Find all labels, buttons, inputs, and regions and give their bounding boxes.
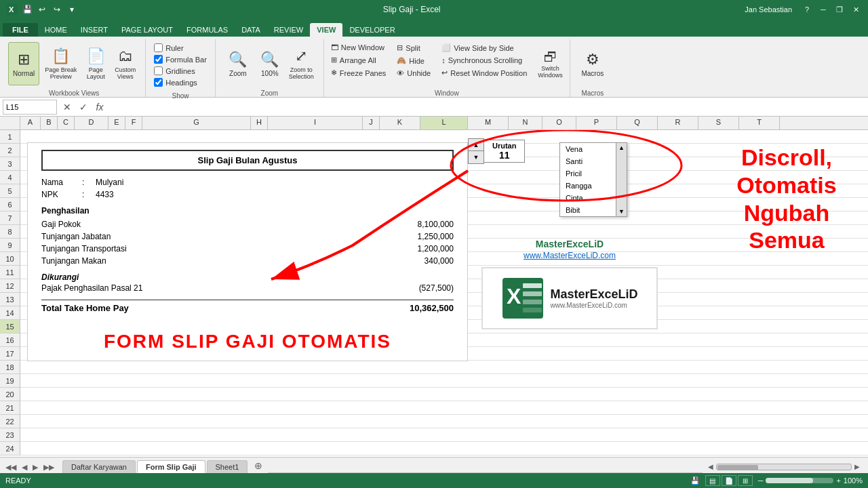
side-by-side-icon: ⬜: [441, 43, 451, 52]
h-scroll-right[interactable]: ▶: [854, 463, 860, 470]
sheet-tab-sheet1[interactable]: Sheet1: [207, 460, 248, 473]
save-icon[interactable]: 💾: [20, 3, 34, 16]
zoom-to-selection-button[interactable]: ⤢ Zoom toSelection: [285, 42, 318, 85]
sheet-nav-prev[interactable]: ◀: [19, 462, 30, 473]
zoom-out-btn[interactable]: ─: [758, 476, 764, 485]
col-header-r[interactable]: R: [658, 117, 698, 129]
tab-view[interactable]: VIEW: [310, 23, 342, 37]
split-button[interactable]: ⊟ Split: [393, 42, 435, 54]
col-header-e[interactable]: E: [108, 117, 125, 129]
dropdown-item-pricil[interactable]: Pricil: [560, 167, 616, 180]
macros-button[interactable]: ⚙ Macros: [576, 42, 610, 85]
col-header-n[interactable]: N: [509, 117, 542, 129]
zoom-in-btn[interactable]: +: [836, 476, 840, 485]
view-side-by-side-button[interactable]: ⬜ View Side by Side: [437, 42, 531, 54]
view-buttons: ▤ 📄 ⊞: [705, 475, 753, 486]
row-num-10: 10: [0, 252, 20, 266]
sheet-nav-next[interactable]: ▶: [30, 462, 41, 473]
synchronous-scrolling-button[interactable]: ↕ Synchronous Scrolling: [437, 55, 531, 66]
col-header-b[interactable]: B: [41, 117, 58, 129]
page-break-status-btn[interactable]: ⊞: [738, 475, 753, 486]
dropdown-item-vena[interactable]: Vena: [560, 143, 616, 155]
col-header-t[interactable]: T: [739, 117, 780, 129]
tab-page-layout[interactable]: PAGE LAYOUT: [115, 23, 180, 37]
add-sheet-button[interactable]: ⊕: [249, 458, 268, 473]
unhide-button[interactable]: 👁 Unhide: [393, 68, 435, 79]
hide-button[interactable]: 🙈 Hide: [393, 55, 435, 66]
normal-view-button[interactable]: ⊞ Normal: [8, 42, 39, 85]
confirm-formula-button[interactable]: ✓: [76, 100, 91, 115]
ruler-checkbox[interactable]: [154, 43, 163, 52]
insert-function-button[interactable]: fx: [92, 100, 107, 115]
formula-bar-checkbox[interactable]: [154, 55, 163, 64]
dropdown-item-santi[interactable]: Santi: [560, 155, 616, 167]
dropdown-item-bibit[interactable]: Bibit: [560, 204, 616, 216]
master-excel-link[interactable]: www.MasterExceLiD.com: [481, 251, 658, 260]
formula-bar-check[interactable]: Formula Bar: [154, 55, 207, 64]
redo-icon[interactable]: ↪: [50, 3, 64, 16]
col-header-l[interactable]: L: [420, 117, 468, 129]
help-button[interactable]: ?: [800, 3, 814, 16]
tab-developer[interactable]: DEVELOPER: [342, 23, 401, 37]
col-header-h[interactable]: H: [251, 117, 268, 129]
col-header-i[interactable]: I: [268, 117, 363, 129]
tab-review[interactable]: REVIEW: [267, 23, 310, 37]
col-header-a[interactable]: A: [20, 117, 41, 129]
col-header-p[interactable]: P: [576, 117, 617, 129]
normal-view-status-btn[interactable]: ▤: [705, 475, 720, 486]
dropdown-item-cinta[interactable]: Cinta: [560, 192, 616, 204]
formula-input[interactable]: [110, 100, 865, 115]
custom-views-button[interactable]: 🗂 CustomViews: [111, 42, 140, 85]
zoom-slider[interactable]: [766, 478, 833, 483]
tab-home[interactable]: HOME: [38, 23, 74, 37]
dropdown-item-rangga[interactable]: Rangga: [560, 180, 616, 192]
sheet-nav-left[interactable]: ◀◀: [3, 462, 19, 473]
title-bar-left: X 💾 ↩ ↪ ▾: [5, 3, 79, 16]
headings-checkbox[interactable]: [154, 78, 163, 87]
tab-data[interactable]: DATA: [235, 23, 267, 37]
col-header-d[interactable]: D: [75, 117, 108, 129]
col-header-o[interactable]: O: [542, 117, 576, 129]
close-button[interactable]: ✕: [849, 3, 863, 16]
zoom-100-button[interactable]: 🔍 100%: [256, 42, 283, 85]
spin-up-button[interactable]: ▲: [469, 139, 484, 151]
gridlines-checkbox[interactable]: [154, 66, 163, 75]
customize-icon[interactable]: ▾: [65, 3, 79, 16]
col-header-q[interactable]: Q: [617, 117, 658, 129]
h-scrollbar[interactable]: [716, 464, 852, 470]
sheet-nav-right[interactable]: ▶▶: [41, 462, 57, 473]
sheet-tab-form-slip-gaji[interactable]: Form Slip Gaji: [137, 460, 205, 473]
new-window-button[interactable]: 🗔 New Window: [327, 42, 390, 53]
col-header-g[interactable]: G: [142, 117, 251, 129]
undo-icon[interactable]: ↩: [35, 3, 49, 16]
restore-button[interactable]: ❐: [833, 3, 846, 16]
dropdown-scroll-down[interactable]: ▼: [618, 208, 625, 215]
dropdown-scroll-up[interactable]: ▲: [618, 144, 625, 151]
spin-down-button[interactable]: ▼: [469, 151, 484, 163]
cancel-formula-button[interactable]: ✕: [60, 100, 75, 115]
sheet-tab-daftar-karyawan[interactable]: Daftar Karyawan: [62, 460, 136, 473]
col-header-c[interactable]: C: [58, 117, 75, 129]
zoom-button[interactable]: 🔍 Zoom: [221, 42, 255, 85]
tab-insert[interactable]: INSERT: [74, 23, 115, 37]
headings-check[interactable]: Headings: [154, 78, 207, 87]
tab-file[interactable]: FILE: [3, 23, 38, 37]
page-break-preview-button[interactable]: 📋 Page BreakPreview: [41, 42, 81, 85]
col-header-k[interactable]: K: [380, 117, 420, 129]
gridlines-check[interactable]: Gridlines: [154, 66, 207, 75]
freeze-panes-button[interactable]: ❄ Freeze Panes: [327, 67, 390, 79]
switch-windows-button[interactable]: 🗗 SwitchWindows: [534, 42, 567, 85]
name-box[interactable]: [3, 100, 57, 115]
col-header-m[interactable]: M: [468, 117, 509, 129]
arrange-all-button[interactable]: ⊞ Arrange All: [327, 54, 390, 66]
minimize-button[interactable]: ─: [816, 3, 830, 16]
page-layout-button[interactable]: 📄 PageLayout: [82, 42, 109, 85]
h-scroll-left[interactable]: ◀: [708, 463, 713, 470]
reset-window-position-button[interactable]: ↩ Reset Window Position: [437, 67, 531, 79]
col-header-s[interactable]: S: [698, 117, 739, 129]
ruler-check[interactable]: Ruler: [154, 43, 207, 52]
col-header-j[interactable]: J: [363, 117, 380, 129]
page-layout-status-btn[interactable]: 📄: [722, 475, 736, 486]
col-header-f[interactable]: F: [125, 117, 142, 129]
tab-formulas[interactable]: FORMULAS: [180, 23, 235, 37]
